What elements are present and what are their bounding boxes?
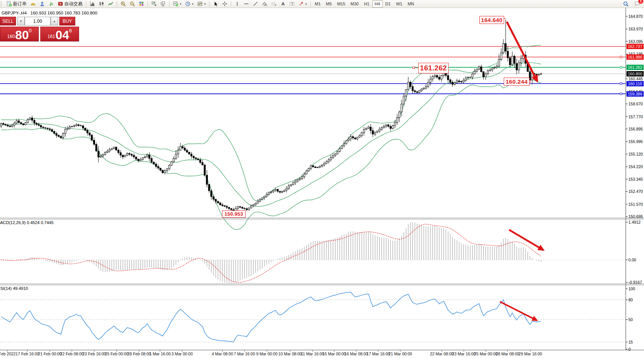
price-tick-label: 155.120 bbox=[628, 152, 643, 156]
price-badge: 161.986 bbox=[627, 54, 644, 60]
line-handle[interactable] bbox=[620, 66, 622, 68]
rsi-indicator-label: RSI(14) 49.4910 bbox=[0, 286, 28, 291]
sell-button[interactable]: SELL bbox=[0, 17, 16, 25]
bollinger-bands bbox=[1, 45, 541, 230]
buy-price-display[interactable]: 161 04 6 bbox=[40, 27, 79, 41]
time-axis-label: 25 Mar 00:00 bbox=[474, 352, 498, 356]
price-tick-label: 160.445 bbox=[628, 76, 643, 81]
price-badge: 161.262 bbox=[627, 65, 644, 70]
time-axis-label: 3 Mar 00:00 bbox=[171, 352, 193, 356]
time-axis-label: 28 Mar 08:00 bbox=[496, 352, 519, 356]
time-axis-label: 10 Mar 08:00 bbox=[278, 352, 302, 356]
line-handle[interactable] bbox=[620, 56, 622, 58]
price-badge: 162.737 bbox=[627, 44, 644, 49]
chart-plot-area[interactable] bbox=[0, 0, 644, 358]
time-axis-label: 23 Feb 16:00 bbox=[82, 352, 106, 356]
rsi-tick-label: 80 bbox=[628, 298, 633, 302]
buy-price-sup: 6 bbox=[69, 28, 72, 33]
time-axis-label: 7 Mar 16:00 bbox=[234, 352, 255, 356]
time-axis-label: 11 Mar 16:00 bbox=[301, 352, 324, 356]
price-annotation[interactable]: 150.953 bbox=[222, 210, 246, 218]
buy-price-big: 04 bbox=[56, 29, 69, 41]
price-tick-label: 155.995 bbox=[628, 139, 643, 144]
macd-tick-label: 0.00 bbox=[628, 258, 636, 262]
mt4-window: 新订单自动交易▾▾▾EFAT▾M1M5M15M30H1H4D1W1MN1 GBP… bbox=[0, 0, 644, 358]
price-annotation[interactable]: 161.262 bbox=[418, 63, 449, 73]
volume-increase-button[interactable]: ▲ bbox=[51, 17, 58, 25]
price-tick-label: 163.095 bbox=[628, 39, 643, 44]
macd-tick-label: 1.4912 bbox=[628, 220, 641, 224]
chart-title: GBPJPY-,H4160.933 160.950 160.783 160.80… bbox=[2, 11, 97, 15]
time-axis-label: 16 Mar 08:00 bbox=[344, 352, 368, 356]
volume-decrease-button[interactable]: ▼ bbox=[17, 17, 25, 25]
price-badge: 160.800 bbox=[627, 71, 644, 76]
macd-signal-line bbox=[1, 224, 541, 282]
buy-price-small: 161 bbox=[48, 34, 55, 39]
time-axis-label: 9 Mar 00:00 bbox=[256, 352, 278, 356]
symbol-name: GBPJPY-,H4 bbox=[2, 11, 27, 15]
macd-tick-label: -0.9167 bbox=[628, 280, 642, 285]
candles-layer bbox=[0, 19, 542, 213]
time-axis-label: 1 Mar 16:00 bbox=[149, 352, 171, 356]
time-axis-label: 28 Feb 08:00 bbox=[127, 352, 151, 356]
line-handle[interactable] bbox=[620, 83, 622, 84]
price-annotation[interactable]: 164.640 bbox=[479, 16, 504, 24]
rsi-tick-label: 50 bbox=[628, 317, 633, 322]
ohlc-values: 160.933 160.950 160.783 160.800 bbox=[30, 11, 97, 15]
rsi-tick-label: 100 bbox=[628, 286, 635, 291]
time-axis-label: 22 Mar 08:00 bbox=[430, 352, 454, 356]
time-axis-label: 22 Feb 08:00 bbox=[60, 352, 84, 356]
one-click-trade-panel: SELL ▼ ▲ BUY 160 80 0 161 04 6 bbox=[0, 17, 79, 41]
volume-input[interactable] bbox=[25, 17, 51, 25]
price-tick-label: 154.220 bbox=[628, 164, 643, 169]
macd-indicator-label: MACD(12,26,9) 0.4524 0.7445 bbox=[0, 220, 54, 225]
buy-button[interactable]: BUY bbox=[59, 17, 75, 25]
rsi-tick-label: 15 bbox=[628, 340, 633, 344]
price-tick-label: 150.695 bbox=[628, 214, 643, 219]
time-axis-label: 23 Mar 16:00 bbox=[452, 352, 476, 356]
price-annotation[interactable]: 160.244 bbox=[504, 78, 530, 86]
sell-price-display[interactable]: 160 80 0 bbox=[0, 27, 39, 41]
time-axis-label: Feb 2022 bbox=[0, 352, 16, 356]
time-axis-label: 25 Feb 00:00 bbox=[105, 352, 128, 356]
price-tick-label: 156.895 bbox=[628, 127, 643, 131]
sell-price-sup: 0 bbox=[29, 28, 32, 33]
time-axis-label: 17 Feb 16:00 bbox=[16, 352, 39, 356]
macd-histogram bbox=[1, 222, 541, 283]
price-badge: 160.110 bbox=[627, 81, 644, 86]
sell-price-big: 80 bbox=[15, 29, 29, 41]
sell-price-small: 160 bbox=[7, 34, 15, 39]
price-badge: 159.386 bbox=[627, 91, 644, 97]
time-axis-label: 21 Mar 00:00 bbox=[389, 352, 412, 356]
price-tick-label: 157.770 bbox=[628, 115, 643, 119]
trend-arrow[interactable] bbox=[507, 22, 537, 81]
rsi-tick-label: 0 bbox=[628, 347, 631, 352]
price-tick-label: 153.345 bbox=[628, 177, 643, 181]
time-axis-label: 17 Mar 16:00 bbox=[366, 352, 390, 356]
rsi-line bbox=[1, 292, 541, 342]
line-handle[interactable] bbox=[620, 93, 622, 95]
time-axis-label: 4 Mar 08:00 bbox=[212, 352, 233, 356]
time-axis-label: 15 Mar 00:00 bbox=[322, 352, 346, 356]
price-tick-label: 158.670 bbox=[628, 102, 643, 106]
price-tick-label: 164.870 bbox=[628, 14, 643, 19]
trend-arrow[interactable] bbox=[509, 230, 543, 250]
price-tick-label: 151.570 bbox=[628, 202, 643, 207]
time-axis-label: 29 Mar 16:00 bbox=[519, 352, 542, 356]
price-tick-label: 163.970 bbox=[628, 27, 643, 31]
time-axis-label: 21 Feb 00:00 bbox=[38, 352, 62, 356]
price-tick-label: 152.470 bbox=[628, 189, 643, 194]
